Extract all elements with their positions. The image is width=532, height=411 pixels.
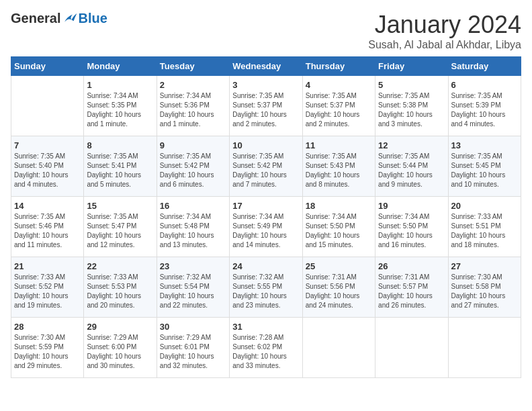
calendar-cell: 10Sunrise: 7:35 AM Sunset: 5:42 PM Dayli…: [230, 136, 302, 197]
day-detail: Sunrise: 7:35 AM Sunset: 5:42 PM Dayligh…: [160, 152, 226, 189]
location-subtitle: Susah, Al Jabal al Akhdar, Libya: [368, 39, 521, 51]
day-number: 18: [306, 201, 372, 211]
day-number: 30: [160, 322, 226, 332]
calendar-cell: 29Sunrise: 7:29 AM Sunset: 6:00 PM Dayli…: [84, 318, 157, 378]
weekday-header: Tuesday: [157, 57, 229, 76]
weekday-header: Sunday: [11, 57, 84, 76]
calendar-cell: 23Sunrise: 7:32 AM Sunset: 5:54 PM Dayli…: [157, 257, 229, 318]
calendar-cell: 27Sunrise: 7:30 AM Sunset: 5:58 PM Dayli…: [448, 257, 521, 318]
day-number: 2: [160, 80, 226, 90]
day-number: 8: [87, 140, 153, 150]
day-number: 10: [232, 140, 299, 150]
day-number: 23: [160, 261, 226, 271]
day-detail: Sunrise: 7:35 AM Sunset: 5:43 PM Dayligh…: [306, 152, 372, 189]
day-detail: Sunrise: 7:30 AM Sunset: 5:58 PM Dayligh…: [451, 273, 518, 310]
month-title: January 2024: [368, 11, 521, 39]
day-number: 19: [378, 201, 445, 211]
day-detail: Sunrise: 7:35 AM Sunset: 5:45 PM Dayligh…: [451, 152, 518, 189]
calendar-cell: 1Sunrise: 7:34 AM Sunset: 5:35 PM Daylig…: [84, 76, 157, 136]
day-number: 11: [306, 140, 372, 150]
day-number: 13: [451, 140, 518, 150]
calendar-week-row: 1Sunrise: 7:34 AM Sunset: 5:35 PM Daylig…: [11, 76, 521, 136]
calendar-cell: 3Sunrise: 7:35 AM Sunset: 5:37 PM Daylig…: [230, 76, 302, 136]
calendar-cell: 17Sunrise: 7:34 AM Sunset: 5:49 PM Dayli…: [230, 197, 302, 257]
title-block: January 2024 Susah, Al Jabal al Akhdar, …: [368, 11, 521, 51]
day-number: 21: [14, 261, 81, 271]
day-number: 7: [14, 140, 81, 150]
day-number: 6: [451, 80, 518, 90]
calendar-week-row: 14Sunrise: 7:35 AM Sunset: 5:46 PM Dayli…: [11, 197, 521, 257]
logo-bird-icon: [62, 12, 78, 26]
calendar-cell: 16Sunrise: 7:34 AM Sunset: 5:48 PM Dayli…: [157, 197, 229, 257]
calendar-cell: [375, 318, 448, 378]
calendar-cell: 19Sunrise: 7:34 AM Sunset: 5:50 PM Dayli…: [375, 197, 448, 257]
calendar-cell: 6Sunrise: 7:35 AM Sunset: 5:39 PM Daylig…: [448, 76, 521, 136]
calendar-cell: 8Sunrise: 7:35 AM Sunset: 5:41 PM Daylig…: [84, 136, 157, 197]
day-detail: Sunrise: 7:34 AM Sunset: 5:48 PM Dayligh…: [160, 212, 226, 250]
day-number: 3: [232, 80, 299, 90]
calendar-cell: 12Sunrise: 7:35 AM Sunset: 5:44 PM Dayli…: [375, 136, 448, 197]
page-header: General Blue January 2024 Susah, Al Jaba…: [11, 11, 521, 51]
calendar-cell: 11Sunrise: 7:35 AM Sunset: 5:43 PM Dayli…: [302, 136, 375, 197]
day-detail: Sunrise: 7:35 AM Sunset: 5:46 PM Dayligh…: [14, 212, 81, 250]
day-number: 1: [87, 80, 153, 90]
day-detail: Sunrise: 7:34 AM Sunset: 5:50 PM Dayligh…: [378, 212, 445, 250]
calendar-cell: 20Sunrise: 7:33 AM Sunset: 5:51 PM Dayli…: [448, 197, 521, 257]
logo-blue: Blue: [78, 11, 107, 26]
day-detail: Sunrise: 7:33 AM Sunset: 5:51 PM Dayligh…: [451, 212, 518, 250]
day-detail: Sunrise: 7:35 AM Sunset: 5:37 PM Dayligh…: [232, 91, 299, 129]
day-number: 26: [378, 261, 445, 271]
day-number: 4: [306, 80, 372, 90]
day-number: 22: [87, 261, 153, 271]
day-detail: Sunrise: 7:30 AM Sunset: 5:59 PM Dayligh…: [14, 333, 81, 371]
day-detail: Sunrise: 7:29 AM Sunset: 6:00 PM Dayligh…: [87, 333, 153, 371]
weekday-header: Thursday: [302, 57, 375, 76]
logo-general: General: [11, 11, 60, 26]
day-number: 17: [232, 201, 299, 211]
calendar-cell: 31Sunrise: 7:28 AM Sunset: 6:02 PM Dayli…: [230, 318, 302, 378]
calendar-cell: 14Sunrise: 7:35 AM Sunset: 5:46 PM Dayli…: [11, 197, 84, 257]
day-detail: Sunrise: 7:33 AM Sunset: 5:53 PM Dayligh…: [87, 273, 153, 310]
calendar-cell: 13Sunrise: 7:35 AM Sunset: 5:45 PM Dayli…: [448, 136, 521, 197]
day-number: 24: [232, 261, 299, 271]
day-detail: Sunrise: 7:34 AM Sunset: 5:35 PM Dayligh…: [87, 91, 153, 129]
calendar-week-row: 7Sunrise: 7:35 AM Sunset: 5:40 PM Daylig…: [11, 136, 521, 197]
weekday-header: Monday: [84, 57, 157, 76]
weekday-header: Wednesday: [230, 57, 302, 76]
calendar-cell: 9Sunrise: 7:35 AM Sunset: 5:42 PM Daylig…: [157, 136, 229, 197]
calendar-cell: 5Sunrise: 7:35 AM Sunset: 5:38 PM Daylig…: [375, 76, 448, 136]
weekday-header: Friday: [375, 57, 448, 76]
calendar-cell: 26Sunrise: 7:31 AM Sunset: 5:57 PM Dayli…: [375, 257, 448, 318]
calendar-cell: [302, 318, 375, 378]
calendar-cell: 21Sunrise: 7:33 AM Sunset: 5:52 PM Dayli…: [11, 257, 84, 318]
day-number: 31: [232, 322, 299, 332]
day-detail: Sunrise: 7:35 AM Sunset: 5:44 PM Dayligh…: [378, 152, 445, 189]
day-detail: Sunrise: 7:35 AM Sunset: 5:38 PM Dayligh…: [378, 91, 445, 129]
day-detail: Sunrise: 7:35 AM Sunset: 5:41 PM Dayligh…: [87, 152, 153, 189]
day-detail: Sunrise: 7:35 AM Sunset: 5:40 PM Dayligh…: [14, 152, 81, 189]
day-number: 25: [306, 261, 372, 271]
calendar-cell: 25Sunrise: 7:31 AM Sunset: 5:56 PM Dayli…: [302, 257, 375, 318]
day-number: 20: [451, 201, 518, 211]
calendar-week-row: 21Sunrise: 7:33 AM Sunset: 5:52 PM Dayli…: [11, 257, 521, 318]
day-detail: Sunrise: 7:34 AM Sunset: 5:36 PM Dayligh…: [160, 91, 226, 129]
day-detail: Sunrise: 7:35 AM Sunset: 5:39 PM Dayligh…: [451, 91, 518, 129]
day-detail: Sunrise: 7:31 AM Sunset: 5:56 PM Dayligh…: [306, 273, 372, 310]
calendar-table: SundayMondayTuesdayWednesdayThursdayFrid…: [11, 56, 521, 378]
calendar-cell: 24Sunrise: 7:32 AM Sunset: 5:55 PM Dayli…: [230, 257, 302, 318]
day-number: 29: [87, 322, 153, 332]
day-detail: Sunrise: 7:34 AM Sunset: 5:49 PM Dayligh…: [232, 212, 299, 250]
calendar-cell: 18Sunrise: 7:34 AM Sunset: 5:50 PM Dayli…: [302, 197, 375, 257]
weekday-header: Saturday: [448, 57, 521, 76]
day-detail: Sunrise: 7:32 AM Sunset: 5:55 PM Dayligh…: [232, 273, 299, 310]
day-number: 5: [378, 80, 445, 90]
calendar-cell: 22Sunrise: 7:33 AM Sunset: 5:53 PM Dayli…: [84, 257, 157, 318]
day-detail: Sunrise: 7:28 AM Sunset: 6:02 PM Dayligh…: [232, 333, 299, 371]
day-detail: Sunrise: 7:32 AM Sunset: 5:54 PM Dayligh…: [160, 273, 226, 310]
day-number: 14: [14, 201, 81, 211]
day-number: 15: [87, 201, 153, 211]
day-detail: Sunrise: 7:35 AM Sunset: 5:42 PM Dayligh…: [232, 152, 299, 189]
day-detail: Sunrise: 7:35 AM Sunset: 5:37 PM Dayligh…: [306, 91, 372, 129]
day-detail: Sunrise: 7:29 AM Sunset: 6:01 PM Dayligh…: [160, 333, 226, 371]
weekday-header-row: SundayMondayTuesdayWednesdayThursdayFrid…: [11, 57, 521, 76]
